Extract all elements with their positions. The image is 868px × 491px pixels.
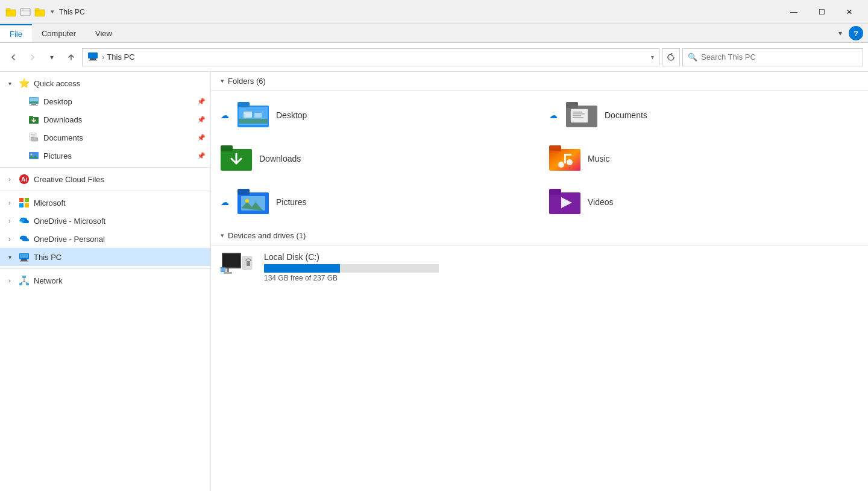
sidebar-item-network[interactable]: › Network [0, 271, 210, 290]
folder-item-music[interactable]: Music [539, 137, 868, 180]
svg-rect-54 [221, 145, 233, 151]
sidebar-item-quick-access[interactable]: ▾ ⭐ Quick access [0, 74, 210, 92]
svg-rect-8 [90, 59, 96, 60]
svg-rect-35 [19, 283, 22, 285]
minimize-button[interactable]: — [780, 2, 808, 22]
sidebar-item-creative-cloud[interactable]: › Ai Creative Cloud Files [0, 170, 210, 188]
pictures-cloud-icon: ☁ [221, 197, 229, 207]
svg-rect-32 [20, 261, 28, 262]
devices-section-title: Devices and drives (1) [228, 231, 306, 240]
local-disk-info: Local Disk (C:) 134 GB free of 237 GB [264, 252, 858, 282]
svg-rect-33 [20, 254, 28, 258]
svg-rect-29 [25, 203, 29, 207]
folders-section-header[interactable]: ▾ Folders (6) [211, 72, 868, 90]
svg-rect-72 [227, 268, 229, 272]
ribbon-collapse-button[interactable]: ▾ [834, 27, 846, 39]
svg-rect-9 [89, 60, 97, 61]
tab-computer[interactable]: Computer [32, 24, 86, 42]
addressbar: ▾ › This PC ▾ 🔍 [0, 43, 868, 72]
microsoft-icon [18, 197, 30, 209]
svg-rect-34 [22, 276, 26, 278]
folder-item-pictures[interactable]: ☁ Pictures [211, 180, 539, 224]
svg-line-39 [24, 281, 28, 283]
onedrive-personal-icon [18, 233, 30, 245]
sidebar-item-label: Downloads [43, 115, 193, 124]
svg-rect-56 [549, 145, 561, 151]
folder-item-videos[interactable]: Videos [539, 180, 868, 224]
downloads-icon [28, 113, 40, 125]
close-button[interactable]: ✕ [835, 2, 863, 22]
local-disk-bar-container [264, 264, 439, 273]
folder-item-downloads[interactable]: Downloads [211, 137, 539, 180]
window-title: This PC [59, 8, 85, 16]
desktop-folder-name: Desktop [276, 110, 307, 120]
sidebar-item-label: OneDrive - Microsoft [34, 217, 206, 226]
pin-icon: 📌 [197, 152, 206, 160]
device-item-local-disk-c[interactable]: Local Disk (C:) 134 GB free of 237 GB [211, 246, 868, 291]
svg-rect-73 [224, 272, 232, 274]
refresh-button[interactable] [662, 48, 680, 66]
sidebar-item-this-pc[interactable]: ▾ This PC [0, 248, 210, 266]
sidebar-item-onedrive-personal[interactable]: › OneDrive - Personal [0, 230, 210, 248]
dropdown-history-button[interactable]: ▾ [43, 49, 60, 66]
sidebar-item-onedrive-ms[interactable]: › OneDrive - Microsoft [0, 212, 210, 230]
svg-rect-69 [223, 254, 240, 267]
svg-rect-51 [573, 115, 581, 116]
maximize-button[interactable]: ☐ [808, 2, 835, 22]
sidebar-item-desktop[interactable]: Desktop 📌 [0, 92, 210, 110]
tab-view[interactable]: View [86, 24, 122, 42]
content-area: ▾ Folders (6) ☁ Desktop [211, 72, 868, 491]
search-input[interactable] [701, 52, 858, 62]
desktop-folder-icon [237, 100, 269, 131]
svg-line-38 [21, 281, 25, 283]
address-dropdown-icon[interactable]: ▾ [651, 54, 654, 60]
sidebar-item-pictures[interactable]: Pictures 📌 [0, 147, 210, 165]
window-controls[interactable]: — ☐ ✕ [780, 2, 863, 22]
sidebar-item-downloads[interactable]: Downloads 📌 [0, 110, 210, 128]
ribbon: File Computer View ▾ ? [0, 24, 868, 43]
onedrive-ms-icon [18, 215, 30, 227]
microsoft-expand-icon: › [5, 200, 14, 206]
folder-item-desktop[interactable]: ☁ Desktop [211, 93, 539, 137]
sidebar-item-documents[interactable]: Documents 📌 [0, 128, 210, 147]
titlebar-icons: ▾ [5, 6, 54, 18]
this-pc-expand-icon: ▾ [5, 254, 14, 261]
svg-rect-36 [26, 283, 29, 285]
documents-folder-name: Documents [605, 110, 647, 120]
music-folder-icon [549, 143, 580, 174]
svg-rect-50 [573, 113, 585, 115]
network-expand-icon: › [5, 277, 14, 284]
back-button[interactable] [5, 49, 22, 66]
svg-rect-75 [221, 268, 225, 271]
local-disk-bar-fill [264, 264, 340, 273]
svg-rect-21 [31, 138, 38, 141]
local-disk-space: 134 GB free of 237 GB [264, 274, 858, 282]
svg-rect-52 [573, 117, 583, 118]
folders-chevron-icon: ▾ [221, 77, 224, 85]
svg-rect-44 [244, 112, 252, 118]
tab-file[interactable]: File [0, 24, 32, 42]
network-icon [18, 274, 30, 287]
devices-section-header[interactable]: ▾ Devices and drives (1) [211, 226, 868, 245]
svg-rect-47 [566, 102, 578, 108]
sidebar-item-label: Pictures [43, 151, 193, 160]
sidebar-item-label: This PC [34, 253, 206, 262]
svg-rect-18 [31, 135, 35, 135]
ribbon-right-controls: ▾ ? [834, 26, 868, 40]
creative-cloud-icon: Ai [18, 173, 30, 185]
sidebar-item-label: Microsoft [34, 198, 206, 207]
sidebar-item-microsoft[interactable]: › Microsoft [0, 194, 210, 212]
svg-rect-43 [239, 119, 268, 124]
forward-button[interactable] [24, 49, 41, 66]
main-area: ▾ ⭐ Quick access Desktop 📌 [0, 72, 868, 491]
help-button[interactable]: ? [849, 26, 863, 40]
local-disk-icon [221, 250, 254, 284]
svg-point-58 [567, 159, 573, 165]
search-box[interactable]: 🔍 [682, 48, 863, 66]
folders-grid: ☁ Desktop ☁ [211, 91, 868, 226]
videos-folder-icon [549, 186, 580, 218]
address-bar[interactable]: › This PC ▾ [82, 48, 659, 66]
folder-item-documents[interactable]: ☁ Documents [539, 93, 868, 137]
up-button[interactable] [63, 49, 80, 66]
search-icon: 🔍 [688, 52, 697, 62]
